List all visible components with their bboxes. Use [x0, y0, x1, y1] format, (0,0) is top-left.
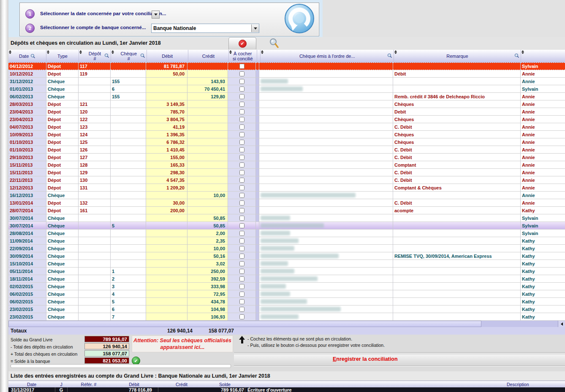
concilie-checkbox[interactable]	[239, 200, 244, 205]
table-row[interactable]: 18/11/2014Chèque2392,59Kathy	[8, 275, 565, 283]
check-all-button[interactable]: ✔	[228, 37, 256, 49]
horizontal-scrollbar[interactable]	[8, 321, 565, 327]
concilie-checkbox[interactable]	[239, 109, 244, 114]
scrollbar-thumb[interactable]	[8, 321, 481, 327]
table-row[interactable]: 29/10/2013Dépot127155,00C. DébitAnnie	[8, 154, 565, 161]
concilie-checkbox[interactable]	[239, 254, 244, 259]
concilie-checkbox[interactable]	[239, 94, 244, 99]
table-row[interactable]: 10/09/2013Dépot1241 396,35ChèquesAnnie	[8, 131, 565, 138]
header-check[interactable]: À cocher si concilié	[229, 50, 257, 62]
bank-combo-arrow[interactable]	[251, 24, 259, 32]
header-payee[interactable]: Chèque émis à l'ordre de...	[261, 50, 394, 62]
ledger-header-debit[interactable]: Débit	[110, 381, 158, 388]
concilie-checkbox[interactable]	[239, 246, 244, 251]
table-row[interactable]: 28/07/2014Dépot161200,00acompteKathy	[8, 207, 565, 214]
table-row[interactable]: 06/02/2015Chèque5434,78Kathy	[8, 298, 565, 305]
table-row[interactable]: 28/08/2014Chèque2,00Sylvain	[8, 230, 565, 237]
table-row[interactable]: 23/04/2013Dépot120785,70DebitAnnie	[8, 108, 565, 116]
concilie-checkbox[interactable]	[239, 170, 244, 175]
column-search-icon[interactable]	[387, 53, 392, 58]
concilie-checkbox[interactable]	[239, 314, 244, 319]
save-reconciliation-button[interactable]: Enregistrer la conciliation	[333, 356, 398, 362]
concilie-checkbox[interactable]	[239, 140, 244, 145]
ledger-header-description[interactable]: Description	[507, 381, 529, 388]
table-row[interactable]: 22/11/2013Dépot1304 547,35C. DébitAnnie	[8, 176, 565, 184]
table-row[interactable]: 04/12/2012Dépot11781 781,87Sylvain	[8, 62, 565, 70]
table-row[interactable]: 30/07/2014Chèque50,85Sylvain	[8, 214, 565, 222]
header-remark[interactable]: Remarque	[394, 50, 521, 62]
concilie-checkbox[interactable]	[239, 71, 244, 76]
concilie-checkbox[interactable]	[239, 231, 244, 236]
table-row[interactable]: 15/11/2013Dépot128165,33ComptantAnnie	[8, 161, 565, 169]
concilie-checkbox[interactable]	[239, 193, 244, 198]
concilie-checkbox[interactable]	[239, 132, 244, 137]
table-row[interactable]: 06/02/2013Chèque155129,80Remb. crédit # …	[8, 93, 565, 100]
table-row[interactable]: 04/07/2013Dépot12341,19C. DébitAnnie	[8, 123, 565, 131]
concilie-checkbox[interactable]	[239, 87, 244, 92]
concilie-checkbox[interactable]	[239, 178, 244, 183]
concilie-checkbox[interactable]	[239, 124, 244, 130]
table-row[interactable]: 05/11/2014Chèque1250,00Kathy	[8, 268, 565, 275]
header-user[interactable]	[521, 50, 565, 62]
table-row[interactable]: 28/03/2013Dépot1213 149,35ChèquesAnnie	[8, 100, 565, 108]
concilie-checkbox[interactable]	[239, 117, 244, 122]
header-credit[interactable]: Crédit	[188, 50, 229, 62]
bank-account-combobox[interactable]: Banque Nationale	[151, 24, 259, 33]
concilie-checkbox[interactable]	[239, 216, 244, 221]
concilie-checkbox[interactable]	[239, 102, 244, 107]
table-row[interactable]: 02/02/2015Chèque3333,98Kathy	[8, 283, 565, 290]
refresh-button[interactable]	[284, 3, 315, 34]
header-depot-number[interactable]: Dépôt #	[79, 50, 111, 62]
table-row[interactable]: 10/12/2012Dépot11950,00DébitAnnie	[8, 70, 565, 78]
concilie-checkbox[interactable]	[239, 79, 244, 84]
table-row[interactable]: 01/01/2013Chèque670 450,41Sylvain	[8, 85, 565, 93]
header-type[interactable]: Type	[46, 50, 79, 62]
table-row[interactable]: 30/09/2014Chèque50,16REMISE TVQ, 30/09/2…	[8, 252, 565, 260]
column-search-icon[interactable]	[30, 54, 35, 59]
concilie-checkbox[interactable]	[239, 284, 244, 289]
table-row[interactable]: 30/07/2014Chèque550,85Sylvain	[8, 222, 565, 230]
table-row[interactable]: 23/02/2015Chèque6104,98Kathy	[8, 305, 565, 313]
table-row[interactable]: 31/12/2012Chèque155143,93Annie	[8, 78, 565, 85]
header-date[interactable]: Date	[8, 50, 46, 62]
ledger-header-credit[interactable]: Crédit	[158, 381, 205, 388]
header-debit[interactable]: Débit	[147, 50, 188, 62]
ledger-header-refer[interactable]: Référ. #	[68, 381, 110, 388]
concilie-checkbox[interactable]	[239, 147, 244, 152]
search-button[interactable]	[269, 38, 280, 50]
table-row[interactable]: 23/02/2015Chèque7106,93Kathy	[8, 313, 565, 321]
concilie-checkbox[interactable]	[239, 299, 244, 304]
table-row[interactable]: 16/12/2013Chèque10,00Annie	[8, 192, 565, 199]
concilie-checkbox[interactable]	[239, 155, 244, 160]
concilie-checkbox[interactable]	[239, 162, 244, 168]
table-row[interactable]: 15/10/2014Chèque3,02Kathy	[8, 260, 565, 268]
table-row[interactable]: 11/09/2014Chèque2,35Kathy	[8, 237, 565, 245]
date-combo-button[interactable]	[152, 11, 160, 19]
concilie-checkbox[interactable]	[239, 276, 244, 281]
concilie-checkbox[interactable]	[239, 238, 244, 243]
ledger-header-solde[interactable]: Solde	[205, 381, 245, 388]
concilie-checkbox[interactable]	[239, 223, 244, 228]
ledger-header-date[interactable]: Date	[8, 381, 55, 388]
column-search-icon[interactable]	[514, 53, 519, 58]
concilie-checkbox[interactable]	[239, 269, 244, 274]
header-cheque-number[interactable]: Chèque #	[111, 50, 147, 62]
scroll-left-button[interactable]	[558, 321, 565, 327]
table-row[interactable]: 15/11/2013Dépot129298,30C. DébitAnnie	[8, 169, 565, 176]
table-row[interactable]: 13/01/2014Dépot13230,00C. DébitAnnie	[8, 199, 565, 207]
concilie-checkbox[interactable]	[239, 208, 244, 213]
ledger-header-j[interactable]: J	[55, 381, 68, 388]
concilie-checkbox[interactable]	[239, 307, 244, 312]
concilie-checkbox[interactable]	[239, 261, 244, 266]
table-row[interactable]: 01/10/2013Dépot1261 410,45C. DébitAnnie	[8, 146, 565, 154]
column-search-icon[interactable]	[140, 53, 145, 58]
table-row[interactable]: 01/10/2013Dépot1256 786,32ChèquesAnnie	[8, 138, 565, 146]
concilie-checkbox[interactable]	[239, 292, 244, 297]
concilie-checkbox[interactable]	[239, 185, 244, 190]
concilie-checkbox[interactable]	[239, 64, 244, 69]
ledger-row[interactable]: 31/12/2017 G 778 016,89 789 916,07 Écrit…	[8, 387, 565, 392]
column-search-icon[interactable]	[104, 53, 109, 58]
table-row[interactable]: 12/12/2013Dépot1311 209,20Comptant & Chè…	[8, 184, 565, 192]
table-row[interactable]: 22/09/2014Chèque10,00Kathy	[8, 245, 565, 252]
table-row[interactable]: 23/04/2013Dépot1223 804,75ChèquesAnnie	[8, 116, 565, 123]
